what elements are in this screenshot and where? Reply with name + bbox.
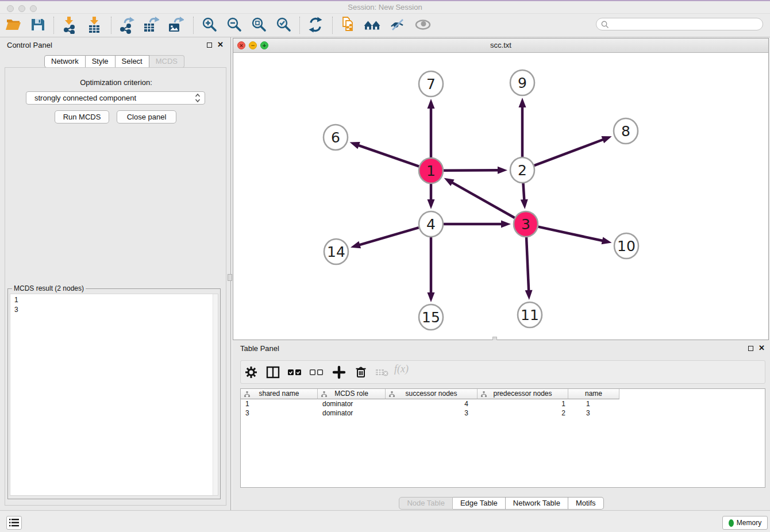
delete-table-icon[interactable] xyxy=(375,365,390,380)
edge-4-14[interactable] xyxy=(359,228,419,245)
zoom-selected-icon[interactable] xyxy=(275,16,292,34)
table-tab-edge-table[interactable]: Edge Table xyxy=(453,497,506,510)
control-panel-close-icon[interactable]: ✕ xyxy=(217,40,224,49)
edge-1-6[interactable] xyxy=(358,145,419,167)
network-maximize-button[interactable]: + xyxy=(260,41,268,49)
edge-2-3[interactable] xyxy=(523,183,524,201)
node-label-15: 15 xyxy=(422,309,440,326)
table-cell[interactable]: 1 xyxy=(478,399,568,408)
edge-arrow-1-7 xyxy=(428,99,435,109)
table-panel-float-icon[interactable] xyxy=(748,346,753,351)
home-icon[interactable] xyxy=(364,16,381,34)
column-header-shared-name[interactable]: shared name xyxy=(241,389,318,399)
import-table-icon[interactable] xyxy=(86,16,103,34)
table-tab-node-table[interactable]: Node Table xyxy=(399,497,453,510)
edge-3-10[interactable] xyxy=(538,227,603,241)
node-label-8: 8 xyxy=(621,123,630,140)
delete-row-icon[interactable] xyxy=(353,365,368,380)
task-list-icon xyxy=(9,519,19,527)
window-minimize-button[interactable] xyxy=(18,5,25,12)
node-label-10: 10 xyxy=(617,238,636,255)
column-header-successor-nodes[interactable]: successor nodes xyxy=(386,389,478,399)
import-network-icon[interactable] xyxy=(61,16,78,34)
table-tab-network-table[interactable]: Network Table xyxy=(506,497,568,510)
export-image-icon[interactable] xyxy=(167,16,184,34)
node-table: shared nameMCDS rolesuccessor nodesprede… xyxy=(240,388,765,488)
control-tab-network[interactable]: Network xyxy=(44,55,86,68)
column-header-predecessor-nodes[interactable]: predecessor nodes xyxy=(478,389,568,399)
edge-1-2[interactable] xyxy=(444,170,499,171)
window-titlebar: Session: New Session xyxy=(0,1,770,14)
table-cell[interactable]: 1 xyxy=(568,399,619,408)
zoom-fit-icon[interactable] xyxy=(250,16,267,34)
table-settings-icon[interactable] xyxy=(244,365,259,380)
table-cell[interactable]: 4 xyxy=(386,399,478,408)
edge-3-1[interactable] xyxy=(452,182,515,218)
table-cell[interactable]: 2 xyxy=(478,408,568,418)
table-toolbar: f(x) xyxy=(240,360,765,384)
table-cell[interactable]: 1 xyxy=(241,399,318,408)
select-all-icon[interactable] xyxy=(287,365,302,380)
panel-splitter-handle[interactable] xyxy=(228,274,232,281)
edge-arrow-1-6 xyxy=(350,142,360,149)
table-panel-close-icon[interactable]: ✕ xyxy=(759,344,765,352)
edge-arrow-3-10 xyxy=(602,237,612,245)
add-row-icon[interactable] xyxy=(332,365,346,380)
node-label-3: 3 xyxy=(521,216,530,233)
node-label-7: 7 xyxy=(426,76,436,92)
window-close-button[interactable] xyxy=(7,5,14,12)
hide-selected-icon[interactable] xyxy=(389,16,406,34)
control-panel: Control Panel ✕ NetworkStyleSelectMCDS O… xyxy=(0,37,231,510)
column-header-MCDS-role[interactable]: MCDS role xyxy=(318,389,386,399)
deselect-all-icon[interactable] xyxy=(309,365,324,380)
edge-2-8[interactable] xyxy=(534,139,604,165)
result-scrollbar[interactable] xyxy=(213,294,218,495)
edge-3-11[interactable] xyxy=(526,237,529,291)
export-network-icon[interactable] xyxy=(118,16,135,34)
window-zoom-button[interactable] xyxy=(30,5,37,12)
table-tab-motifs[interactable]: Motifs xyxy=(568,497,604,510)
memory-label: Memory xyxy=(737,519,761,527)
network-close-button[interactable]: × xyxy=(237,41,245,49)
save-session-icon[interactable] xyxy=(29,16,47,34)
table-cell[interactable]: 3 xyxy=(386,408,478,418)
optimization-label: Optimization criterion: xyxy=(1,78,232,87)
column-visibility-icon[interactable] xyxy=(265,365,280,380)
first-neighbors-icon[interactable] xyxy=(340,16,357,34)
network-window-title: scc.txt xyxy=(233,38,768,52)
network-minimize-button[interactable]: − xyxy=(249,41,257,49)
show-all-icon[interactable] xyxy=(414,16,432,34)
table-row[interactable]: 3dominator323 xyxy=(241,408,765,418)
zoom-out-icon[interactable] xyxy=(225,16,242,34)
node-label-11: 11 xyxy=(521,307,539,323)
table-cell[interactable]: 3 xyxy=(568,408,619,418)
search-icon xyxy=(600,20,610,29)
control-tab-style[interactable]: Style xyxy=(86,55,116,68)
table-cell[interactable]: 3 xyxy=(241,408,318,418)
node-label-1: 1 xyxy=(426,163,436,179)
network-canvas[interactable]: 7968124314101511 xyxy=(233,53,768,340)
table-cell[interactable]: dominator xyxy=(318,399,386,408)
export-table-icon[interactable] xyxy=(142,16,159,34)
column-header-name[interactable]: name xyxy=(568,389,619,399)
control-tab-mcds[interactable]: MCDS xyxy=(149,55,184,68)
control-panel-float-icon[interactable] xyxy=(207,43,212,48)
node-label-4: 4 xyxy=(426,216,436,233)
memory-button[interactable]: Memory xyxy=(722,516,768,530)
open-session-icon[interactable] xyxy=(5,16,22,34)
run-mcds-button[interactable]: Run MCDS xyxy=(55,110,109,124)
zoom-in-icon[interactable] xyxy=(201,16,218,34)
mcds-result-list[interactable]: 13 xyxy=(10,294,218,496)
optimization-select[interactable]: strongly connected component xyxy=(26,91,205,105)
control-tab-select[interactable]: Select xyxy=(116,55,149,68)
close-panel-button[interactable]: Close panel xyxy=(117,110,176,124)
edge-arrow-2-9 xyxy=(519,98,526,107)
table-row[interactable]: 1dominator411 xyxy=(241,399,765,408)
task-history-button[interactable] xyxy=(6,516,22,530)
apply-layout-icon[interactable] xyxy=(307,16,324,34)
main-toolbar xyxy=(0,14,770,37)
network-window-titlebar[interactable]: × − + scc.txt xyxy=(233,38,768,53)
search-input[interactable] xyxy=(596,18,763,30)
table-cell[interactable]: dominator xyxy=(318,408,386,418)
mcds-panel: Optimization criterion: strongly connect… xyxy=(5,67,226,506)
